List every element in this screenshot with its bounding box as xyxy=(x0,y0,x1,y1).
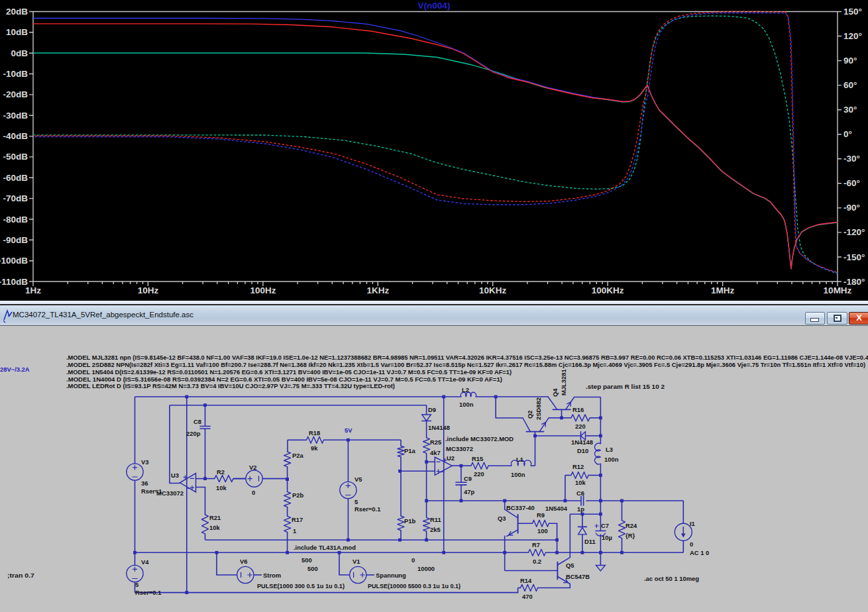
svg-text:1MHz: 1MHz xyxy=(711,285,735,295)
svg-text:V5: V5 xyxy=(354,476,362,483)
svg-text:10k: 10k xyxy=(216,484,227,491)
svg-text:-30dB: -30dB xyxy=(3,111,28,121)
svg-text:1Hz: 1Hz xyxy=(25,285,41,295)
svg-text:MC33072: MC33072 xyxy=(156,489,184,497)
svg-text:;tran 0.7: ;tran 0.7 xyxy=(7,572,34,579)
svg-text:5: 5 xyxy=(354,498,358,505)
svg-text:R18: R18 xyxy=(309,429,320,436)
svg-text:U3: U3 xyxy=(171,472,179,479)
svg-text:0°: 0° xyxy=(843,129,852,139)
svg-text:C7: C7 xyxy=(601,522,609,529)
svg-text:10k: 10k xyxy=(575,479,586,486)
svg-text:Q4: Q4 xyxy=(551,388,559,397)
svg-text:-100dB: -100dB xyxy=(0,256,28,266)
svg-text:Q2: Q2 xyxy=(526,410,533,419)
svg-text:-70dB: -70dB xyxy=(3,193,28,203)
svg-text:-20dB: -20dB xyxy=(3,89,28,99)
svg-text:.ac oct 50 1 10meg: .ac oct 50 1 10meg xyxy=(644,575,699,582)
svg-text:-110dB: -110dB xyxy=(0,277,28,287)
svg-text:.include MC33072.MOD: .include MC33072.MOD xyxy=(445,435,514,442)
svg-text:10µ: 10µ xyxy=(602,534,612,541)
svg-text:V4: V4 xyxy=(141,558,149,566)
svg-text:V1: V1 xyxy=(353,558,360,565)
svg-text:V2: V2 xyxy=(249,464,256,471)
svg-text:2SD882: 2SD882 xyxy=(535,397,542,420)
svg-text:MJL3281: MJL3281 xyxy=(560,369,567,395)
svg-text:V(n004): V(n004) xyxy=(418,1,451,11)
svg-text:R15: R15 xyxy=(472,455,483,462)
svg-text:C8: C8 xyxy=(193,418,201,425)
svg-text:AC 1 0: AC 1 0 xyxy=(690,549,709,556)
svg-text:5V: 5V xyxy=(345,427,353,434)
svg-text:500: 500 xyxy=(301,556,312,564)
svg-text:.MODEL 2SD882 NPN(Is=282f Xti=: .MODEL 2SD882 NPN(Is=282f Xti=3 Eg=1.11 … xyxy=(66,361,865,368)
svg-text:1N5404: 1N5404 xyxy=(545,505,568,512)
svg-text:30°: 30° xyxy=(843,105,857,115)
svg-text:BC547B: BC547B xyxy=(566,573,590,580)
svg-text:R2: R2 xyxy=(217,468,225,476)
svg-text:2k5: 2k5 xyxy=(430,526,441,533)
svg-text:150°: 150° xyxy=(843,7,862,17)
svg-text:4k7: 4k7 xyxy=(430,449,441,456)
svg-text:-10dB: -10dB xyxy=(3,69,28,79)
svg-text:0: 0 xyxy=(411,556,415,564)
svg-text:P1b: P1b xyxy=(404,517,415,525)
svg-text:-60dB: -60dB xyxy=(3,173,28,183)
svg-text:.step param R list 15 10 2: .step param R list 15 10 2 xyxy=(586,383,665,390)
svg-text:36: 36 xyxy=(141,480,148,487)
svg-text:P2b: P2b xyxy=(292,491,303,499)
svg-text:0.2: 0.2 xyxy=(533,558,541,565)
svg-text:-90°: -90° xyxy=(843,203,860,213)
svg-text:10dB: 10dB xyxy=(6,27,28,37)
svg-text:BC337-40: BC337-40 xyxy=(506,504,535,511)
svg-text:D9: D9 xyxy=(428,406,436,413)
svg-text:Strom: Strom xyxy=(263,572,281,579)
svg-text:-150°: -150° xyxy=(843,252,865,262)
svg-text:470: 470 xyxy=(522,593,533,600)
svg-text:1: 1 xyxy=(293,527,296,535)
svg-text:C6: C6 xyxy=(576,489,584,497)
svg-text:D10: D10 xyxy=(577,447,588,454)
svg-text:90°: 90° xyxy=(843,56,857,66)
svg-text:-120°: -120° xyxy=(843,227,865,237)
svg-text:-50dB: -50dB xyxy=(3,152,28,162)
svg-text:D11: D11 xyxy=(584,538,596,545)
svg-text:Spannung: Spannung xyxy=(376,572,406,579)
svg-text:C9: C9 xyxy=(464,475,472,482)
svg-text:R12: R12 xyxy=(572,463,584,470)
svg-text:20dB: 20dB xyxy=(6,7,28,17)
svg-text:0: 0 xyxy=(690,540,693,548)
svg-text:0dB: 0dB xyxy=(11,48,28,58)
svg-text:220: 220 xyxy=(575,423,586,430)
svg-text:10MHz: 10MHz xyxy=(824,285,852,295)
svg-text:R24: R24 xyxy=(625,522,637,529)
svg-text:.MODEL 1N4004 D (IS=5.31656e-0: .MODEL 1N4004 D (IS=5.31656e-08 RS=0.039… xyxy=(66,376,502,383)
svg-text:220: 220 xyxy=(474,470,484,478)
svg-text:Rser=0.1: Rser=0.1 xyxy=(135,589,161,596)
svg-text:1KHz: 1KHz xyxy=(366,285,389,295)
svg-text:.MODEL LEDRot D (IS=93.1P RS=4: .MODEL LEDRot D (IS=93.1P RS=42M N=3.73 … xyxy=(66,382,395,389)
svg-text:10k: 10k xyxy=(209,524,220,531)
svg-text:10000: 10000 xyxy=(417,565,435,572)
svg-text:Q3: Q3 xyxy=(498,515,506,522)
svg-text:R16: R16 xyxy=(572,406,584,413)
svg-text:220p: 220p xyxy=(186,430,201,437)
svg-text:28V~/3.2A: 28V~/3.2A xyxy=(0,366,30,373)
svg-text:PULSE(1000 300 0.5 1u 1u 0.1): PULSE(1000 300 0.5 1u 1u 0.1) xyxy=(257,582,345,589)
svg-text:P1a: P1a xyxy=(404,447,415,454)
svg-text:100n: 100n xyxy=(511,471,525,478)
svg-text:500: 500 xyxy=(307,565,318,572)
svg-text:L1: L1 xyxy=(516,456,523,463)
svg-text:.MODEL MJL3281 npn (IS=9.8145e: .MODEL MJL3281 npn (IS=9.8145e-12 BF=438… xyxy=(66,354,868,361)
svg-text:Q5: Q5 xyxy=(566,562,574,569)
svg-text:-80dB: -80dB xyxy=(3,215,28,225)
svg-text:R14: R14 xyxy=(520,577,532,584)
svg-text:-60°: -60° xyxy=(843,178,860,188)
svg-text:100: 100 xyxy=(537,527,548,535)
svg-text:10KHz: 10KHz xyxy=(479,285,507,295)
svg-text:P2a: P2a xyxy=(292,452,303,459)
svg-text:100Hz: 100Hz xyxy=(250,285,276,295)
svg-text:60°: 60° xyxy=(843,80,857,90)
svg-text:R9: R9 xyxy=(537,511,545,519)
svg-text:R11: R11 xyxy=(430,516,441,523)
